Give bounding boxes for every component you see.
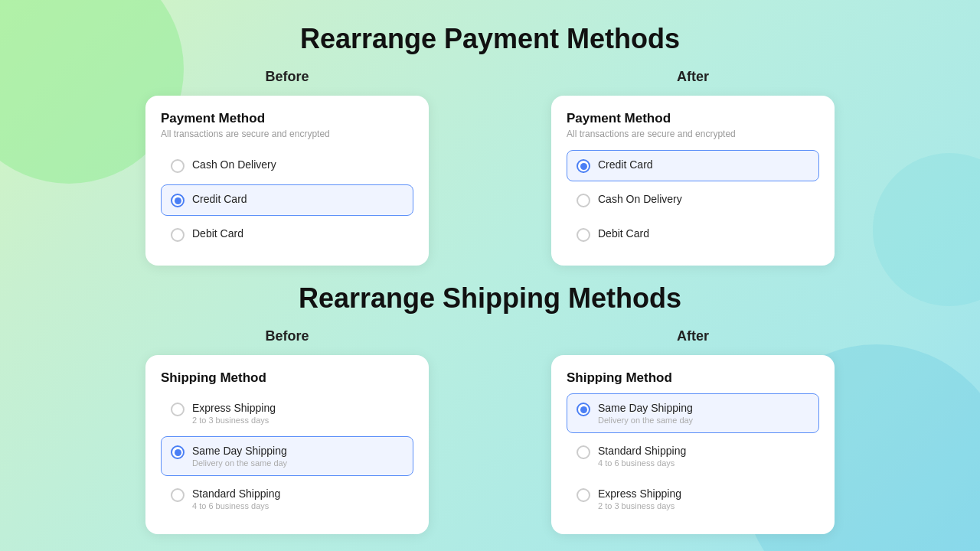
payment-after-card-subtitle: All transactions are secure and encrypte… (567, 129, 819, 139)
radio-label-debit: Debit Card (598, 227, 649, 240)
radio-sublabel-express: 2 to 3 business days (192, 416, 276, 425)
payment-columns: Before Payment Method All transactions a… (107, 69, 873, 266)
shipping-after-label: After (677, 328, 709, 344)
radio-label-credit: Credit Card (598, 158, 653, 171)
radio-item-express[interactable]: Express Shipping2 to 3 business days (161, 393, 413, 433)
radio-label-sameday: Same Day Shipping (192, 445, 287, 457)
radio-item-standard[interactable]: Standard Shipping4 to 6 business days (161, 479, 413, 519)
radio-label-standard: Standard Shipping (598, 445, 686, 457)
shipping-before-label: Before (265, 328, 309, 344)
shipping-after-column: After Shipping Method Same Day ShippingD… (513, 328, 873, 534)
payment-before-card-title: Payment Method (161, 111, 413, 126)
radio-label-debit: Debit Card (192, 227, 243, 240)
radio-item-cod[interactable]: Cash On Delivery (567, 184, 819, 216)
radio-label-standard: Standard Shipping (192, 487, 280, 500)
shipping-before-column: Before Shipping Method Express Shipping2… (107, 328, 467, 534)
shipping-after-card-title: Shipping Method (567, 370, 819, 386)
shipping-before-options: Express Shipping2 to 3 business daysSame… (161, 393, 413, 519)
shipping-after-card: Shipping Method Same Day ShippingDeliver… (551, 355, 835, 534)
radio-sublabel-express: 2 to 3 business days (598, 501, 681, 510)
radio-circle-credit (171, 194, 185, 207)
payment-section-title: Rearrange Payment Methods (31, 23, 949, 55)
radio-label-express: Express Shipping (598, 487, 681, 500)
shipping-columns: Before Shipping Method Express Shipping2… (107, 328, 873, 534)
radio-label-express: Express Shipping (192, 402, 276, 414)
radio-label-credit: Credit Card (192, 193, 247, 205)
payment-after-label: After (677, 69, 709, 85)
radio-item-standard[interactable]: Standard Shipping4 to 6 business days (567, 436, 819, 476)
shipping-after-options: Same Day ShippingDelivery on the same da… (567, 393, 819, 519)
radio-circle-express (577, 488, 590, 502)
radio-item-debit[interactable]: Debit Card (567, 219, 819, 250)
radio-sublabel-standard: 4 to 6 business days (192, 501, 280, 510)
radio-item-cod[interactable]: Cash On Delivery (161, 150, 413, 181)
radio-item-debit[interactable]: Debit Card (161, 219, 413, 250)
payment-before-column: Before Payment Method All transactions a… (107, 69, 467, 266)
radio-circle-debit (577, 228, 590, 242)
radio-circle-sameday (577, 403, 590, 416)
radio-sublabel-standard: 4 to 6 business days (598, 458, 686, 468)
radio-circle-debit (171, 228, 185, 242)
radio-circle-credit (577, 159, 590, 173)
radio-circle-cod (171, 159, 185, 173)
payment-after-column: After Payment Method All transactions ar… (513, 69, 873, 266)
payment-before-options: Cash On DeliveryCredit CardDebit Card (161, 150, 413, 250)
shipping-before-card-title: Shipping Method (161, 370, 413, 386)
radio-label-sameday: Same Day Shipping (598, 402, 693, 414)
payment-after-card: Payment Method All transactions are secu… (551, 96, 835, 266)
payment-before-label: Before (265, 69, 309, 85)
payment-before-card-subtitle: All transactions are secure and encrypte… (161, 129, 413, 139)
radio-sublabel-sameday: Delivery on the same day (192, 458, 287, 468)
radio-label-cod: Cash On Delivery (192, 158, 276, 171)
shipping-before-card: Shipping Method Express Shipping2 to 3 b… (145, 355, 429, 534)
radio-circle-express (171, 403, 185, 416)
radio-circle-cod (577, 194, 590, 207)
payment-before-card: Payment Method All transactions are secu… (145, 96, 429, 266)
radio-item-credit[interactable]: Credit Card (161, 184, 413, 216)
shipping-section-title: Rearrange Shipping Methods (31, 282, 949, 315)
radio-label-cod: Cash On Delivery (598, 193, 682, 205)
payment-after-card-title: Payment Method (567, 111, 819, 126)
radio-circle-standard (577, 445, 590, 459)
radio-item-sameday[interactable]: Same Day ShippingDelivery on the same da… (161, 436, 413, 476)
radio-sublabel-sameday: Delivery on the same day (598, 416, 693, 425)
radio-circle-sameday (171, 445, 185, 459)
radio-item-credit[interactable]: Credit Card (567, 150, 819, 181)
radio-item-express[interactable]: Express Shipping2 to 3 business days (567, 479, 819, 519)
radio-circle-standard (171, 488, 185, 502)
radio-item-sameday[interactable]: Same Day ShippingDelivery on the same da… (567, 393, 819, 433)
payment-after-options: Credit CardCash On DeliveryDebit Card (567, 150, 819, 250)
